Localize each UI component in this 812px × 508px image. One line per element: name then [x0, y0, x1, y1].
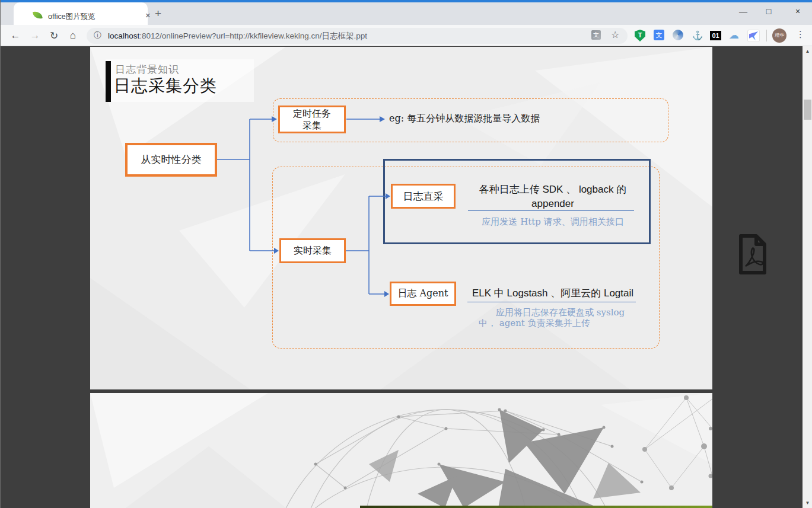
scrollbar-thumb[interactable]: [804, 100, 811, 120]
node-direct-collection: 日志直采: [391, 184, 456, 209]
browser-tab[interactable]: office图片预览 ×: [14, 2, 148, 25]
cloud-extension-icon[interactable]: ☁: [729, 30, 741, 41]
direct-underline: [468, 210, 634, 211]
scrollbar-up-icon[interactable]: ▲: [803, 46, 812, 56]
browser-menu-icon[interactable]: ⋮: [796, 29, 805, 40]
anchor-extension-icon[interactable]: ⚓: [692, 30, 703, 41]
url-path: :8012/onlinePreview?url=http://kkfilevie…: [139, 31, 367, 40]
bookmark-star-icon[interactable]: ☆: [611, 29, 619, 40]
node-log-agent: 日志 Agent: [390, 282, 456, 306]
translate-extension-icon[interactable]: 文: [654, 30, 665, 41]
page-viewport: 日志背景知识 日志采集分类: [1, 46, 812, 508]
agent-note: 应用将日志保存在硬盘或 syslog 中， agent 负责采集并上传: [479, 307, 657, 328]
reload-icon[interactable]: ↻: [47, 30, 61, 42]
timed-example-text: eg: 每五分钟从数据源批量导入数据: [389, 113, 540, 125]
slide-2-preview: [90, 393, 712, 508]
spring-leaf-favicon: [33, 11, 43, 21]
back-icon[interactable]: ←: [8, 30, 23, 41]
forward-icon[interactable]: →: [28, 30, 42, 41]
translate-page-icon[interactable]: 文: [591, 30, 601, 40]
bird-extension-icon[interactable]: [747, 30, 759, 41]
url-host: localhost: [108, 31, 139, 40]
swirl-extension-icon[interactable]: [673, 30, 684, 41]
window-minimize-button[interactable]: —: [734, 7, 752, 16]
window-close-button[interactable]: ×: [789, 7, 807, 16]
slide2-globe-graphic: [90, 393, 712, 508]
pdf-file-icon[interactable]: [731, 232, 773, 276]
shield-extension-icon[interactable]: T: [635, 30, 647, 41]
direct-note: 应用发送 Http 请求、调用相关接口: [464, 216, 642, 228]
slide-1-preview: 日志背景知识 日志采集分类: [90, 47, 712, 389]
toolbar-divider: [766, 30, 767, 41]
tab-close-icon[interactable]: ×: [145, 10, 151, 20]
new-tab-button[interactable]: +: [155, 7, 161, 20]
scrollbar-down-icon[interactable]: ▼: [803, 498, 812, 508]
node-timed-collection: 定时任务 采集: [278, 106, 346, 133]
url-text[interactable]: localhost:8012/onlinePreview?url=http://…: [108, 31, 367, 41]
badge-01-extension-icon[interactable]: 01: [710, 30, 722, 41]
browser-window: office图片预览 × + — □ × ← → ↻ ⌂ ⓘ localhost…: [0, 0, 812, 508]
page-info-icon[interactable]: ⓘ: [94, 30, 101, 41]
home-icon[interactable]: ⌂: [66, 30, 80, 41]
node-realtime-collection: 实时采集: [279, 238, 346, 263]
window-maximize-button[interactable]: □: [760, 7, 778, 16]
direct-description: 各种日志上传 SDK 、 logback 的 appender: [464, 183, 642, 211]
node-realtime-classification: 从实时性分类: [125, 143, 217, 177]
agent-underline: [467, 302, 636, 302]
profile-avatar[interactable]: 精华: [772, 28, 786, 43]
tab-title: office图片预览: [48, 12, 95, 22]
agent-description: ELK 中 Logstash 、阿里云的 Logtail: [457, 286, 649, 300]
